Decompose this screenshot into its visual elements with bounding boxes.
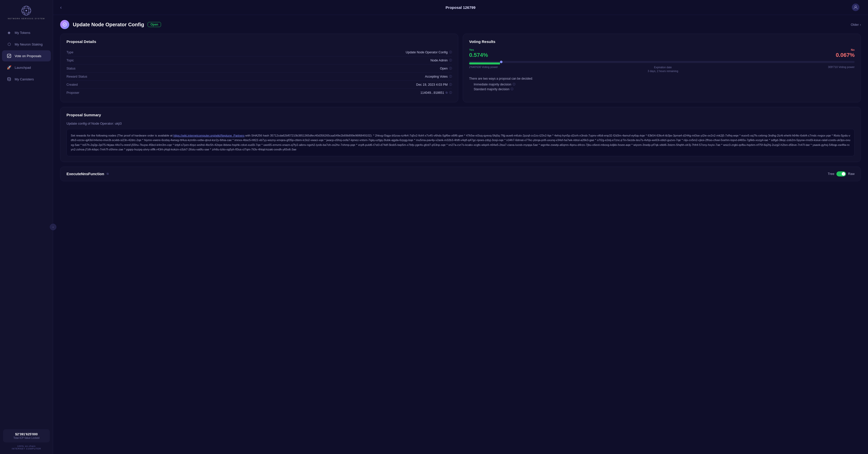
info-icon-topic[interactable]: ⓘ [449, 58, 452, 62]
execute-header: ExecuteNnsFunction ⧉ Tree Raw [66, 171, 855, 177]
sidebar-item-launchpad-label: Launchpad [15, 66, 31, 69]
proposal-summary-title: Proposal Summary [66, 113, 855, 117]
nns-logo-icon [21, 5, 32, 16]
launchpad-icon: 🚀 [7, 65, 12, 70]
detail-value-proposer: 114049...918651 ⧉ ⓘ [420, 91, 452, 94]
detail-value-reward: Accepting Votes ⓘ [425, 74, 452, 78]
execute-title-row: ExecuteNnsFunction ⧉ [66, 172, 109, 176]
voting-bar-dot [500, 61, 502, 63]
proposal-header: Update Node Operator Config Open Older › [60, 20, 861, 29]
info-icon-created[interactable]: ⓘ [449, 83, 452, 86]
detail-row-type: Type Update Node Operator Config ⓘ [66, 48, 452, 56]
detail-value-created: Dec 19, 2023 4:03 PM ⓘ [416, 83, 452, 86]
sidebar-logo: NETWORK NERVOUS SYSTEM [8, 5, 45, 20]
expiration-info: Expiration date 3 days, 2 hours remainin… [648, 65, 678, 73]
neuron-icon: ⬡ [7, 42, 12, 47]
tree-toggle-row: Tree Raw [828, 171, 855, 177]
tree-label: Tree [828, 172, 834, 176]
no-section: No 0.067% [836, 48, 855, 58]
topbar-left: ‹ [60, 5, 69, 10]
detail-row-reward: Reward Status Accepting Votes ⓘ [66, 72, 452, 81]
detail-label-created: Created [66, 83, 78, 86]
proposal-title-row: Update Node Operator Config Open [60, 20, 161, 29]
back-button[interactable]: ‹ [60, 5, 62, 10]
detail-row-proposer: Proposer 114049...918651 ⧉ ⓘ [66, 89, 452, 96]
topbar: ‹ Proposal 126799 [53, 0, 868, 15]
sidebar: NETWORK NERVOUS SYSTEM ◈ My Tokens ⬡ My … [0, 0, 53, 454]
sidebar-nav: ◈ My Tokens ⬡ My Neuron Staking Vote on … [0, 27, 53, 426]
toggle-knob [842, 172, 845, 176]
proposal-summary-subtitle: Update config of Node Operator: ukji3 [66, 122, 855, 125]
voting-power-row: 2'640'630 Voting power Expiration date 3… [469, 65, 855, 73]
detail-label-topic: Topic [66, 59, 74, 62]
on-chain-label: 100% on-chain INTERNET COMPUTER [3, 445, 50, 450]
voting-bar [469, 61, 855, 63]
info-icon-decision-1[interactable]: ⓘ [513, 82, 516, 86]
sidebar-item-my-canisters[interactable]: My Canisters [2, 73, 51, 85]
canisters-icon [7, 77, 12, 82]
voting-results-title: Voting Results [469, 39, 855, 44]
sidebar-footer: $2'391'625'000 Total ICP Value Locked 10… [0, 426, 53, 450]
topbar-right [852, 3, 861, 11]
proposal-details-card: Proposal Details Type Update Node Operat… [60, 34, 458, 102]
info-icon-proposer[interactable]: ⓘ [449, 91, 452, 94]
voting-header: Yes 0.574% No 0.067% [469, 48, 855, 58]
main-content: Update Node Operator Config Open Older ›… [53, 15, 868, 454]
two-col-layout: Proposal Details Type Update Node Operat… [60, 34, 861, 102]
no-voting-power: 309'710 Voting power [828, 65, 855, 73]
icp-label: Total ICP Value Locked [7, 436, 46, 440]
neptune-partners-link[interactable]: https://wiki.internetcomputer.org/wiki/N… [174, 134, 244, 137]
sidebar-item-my-neuron-staking[interactable]: ⬡ My Neuron Staking [2, 39, 51, 50]
tree-raw-toggle[interactable] [836, 171, 846, 177]
execute-copy-button[interactable]: ⧉ [107, 172, 109, 175]
proposal-icon [60, 20, 69, 29]
sidebar-collapse-button[interactable]: ‹ [50, 224, 56, 230]
icp-value: $2'391'625'000 [7, 432, 46, 436]
decision-1: Immediate majority decision ⓘ [474, 82, 855, 86]
svg-point-3 [26, 10, 27, 11]
sidebar-item-launchpad[interactable]: 🚀 Launchpad [2, 62, 51, 73]
proposal-summary-text: Set rewards for the following nodes (The… [66, 129, 855, 156]
detail-label-reward: Reward Status [66, 75, 87, 78]
info-icon-reward[interactable]: ⓘ [449, 74, 452, 78]
no-percentage: 0.067% [836, 52, 855, 58]
proposal-details-title: Proposal Details [66, 39, 452, 44]
sidebar-item-my-tokens[interactable]: ◈ My Tokens [2, 27, 51, 38]
sidebar-item-vote-on-proposals[interactable]: Vote on Proposals [2, 50, 51, 61]
execute-title: ExecuteNnsFunction [66, 172, 104, 176]
detail-value-status: Open ⓘ [440, 66, 452, 70]
logo-text: NETWORK NERVOUS SYSTEM [8, 18, 45, 20]
voting-bar-yes-fill [469, 62, 500, 64]
svg-point-5 [8, 78, 11, 79]
detail-label-type: Type [66, 51, 73, 54]
copy-proposer-button[interactable]: ⧉ [446, 91, 448, 94]
yes-section: Yes 0.574% [469, 48, 488, 58]
detail-label-proposer: Proposer [66, 91, 80, 94]
topbar-title: Proposal 126799 [69, 5, 852, 9]
yes-voting-power: 2'640'630 Voting power [469, 65, 498, 73]
status-badge: Open [148, 22, 161, 27]
avatar-button[interactable] [852, 3, 859, 11]
tokens-icon: ◈ [7, 30, 12, 35]
decision-2: Standard majority decision ⓘ [474, 87, 855, 91]
info-icon-type[interactable]: ⓘ [449, 50, 452, 54]
detail-value-type: Update Node Operator Config ⓘ [406, 50, 452, 54]
no-label: No [836, 48, 855, 51]
older-link[interactable]: Older › [851, 23, 861, 27]
execute-nns-card: ExecuteNnsFunction ⧉ Tree Raw [60, 167, 861, 181]
detail-label-status: Status [66, 67, 75, 70]
detail-row-status: Status Open ⓘ [66, 64, 452, 72]
vote-icon [7, 53, 12, 58]
yes-percentage: 0.574% [469, 52, 488, 58]
sidebar-item-my-tokens-label: My Tokens [15, 31, 30, 35]
sidebar-item-my-canisters-label: My Canisters [15, 78, 34, 81]
info-icon-decision-2[interactable]: ⓘ [510, 87, 514, 91]
yes-label: Yes [469, 48, 488, 51]
voting-info: There are two ways a proposal can be dec… [469, 77, 855, 91]
icp-locked-box: $2'391'625'000 Total ICP Value Locked [3, 429, 50, 442]
sidebar-item-my-neuron-staking-label: My Neuron Staking [15, 42, 43, 46]
detail-row-created: Created Dec 19, 2023 4:03 PM ⓘ [66, 81, 452, 89]
sidebar-item-vote-label: Vote on Proposals [15, 54, 41, 58]
info-icon-status[interactable]: ⓘ [449, 66, 452, 70]
voting-results-card: Voting Results Yes 0.574% No 0.067% [463, 34, 861, 102]
